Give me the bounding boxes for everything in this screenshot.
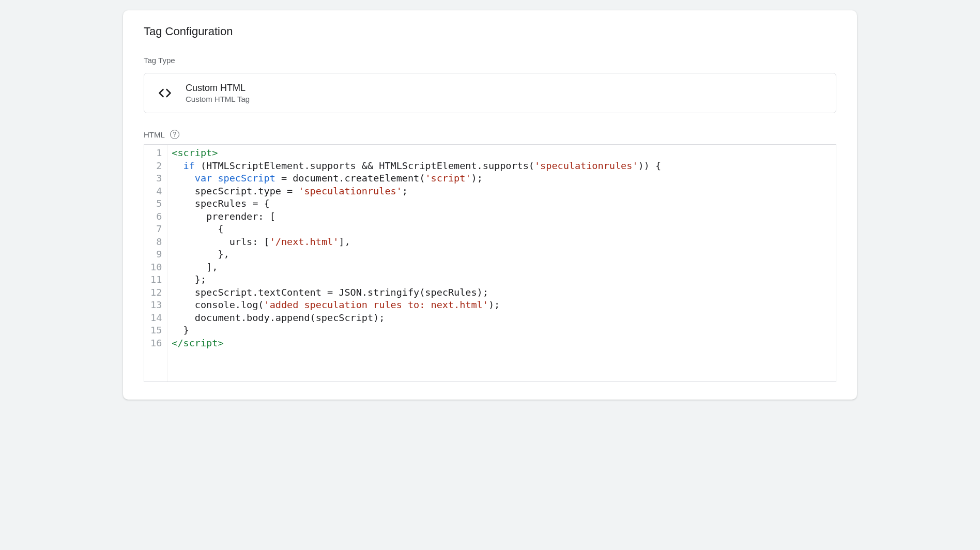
tag-type-text: Custom HTML Custom HTML Tag [186, 83, 250, 103]
code-line[interactable]: prerender: [ [172, 210, 832, 223]
code-line[interactable]: { [172, 223, 832, 236]
html-field-label: HTML [144, 130, 165, 139]
code-line[interactable]: }, [172, 248, 832, 261]
tag-type-selector[interactable]: Custom HTML Custom HTML Tag [144, 73, 836, 113]
code-line[interactable]: </script> [172, 337, 832, 350]
line-number: 2 [150, 160, 164, 173]
code-line[interactable]: } [172, 324, 832, 337]
code-line[interactable]: specScript.textContent = JSON.stringify(… [172, 286, 832, 299]
tag-type-label: Tag Type [144, 56, 836, 65]
code-line[interactable]: }; [172, 273, 832, 286]
code-gutter: 12345678910111213141516 [144, 145, 167, 381]
line-number: 9 [150, 248, 164, 261]
line-number: 7 [150, 223, 164, 236]
html-code-editor[interactable]: 12345678910111213141516 <script> if (HTM… [144, 144, 836, 382]
code-line[interactable]: if (HTMLScriptElement.supports && HTMLSc… [172, 160, 832, 173]
line-number: 8 [150, 236, 164, 249]
line-number: 5 [150, 197, 164, 210]
code-line[interactable]: console.log('added speculation rules to:… [172, 299, 832, 312]
line-number: 13 [150, 299, 164, 312]
tag-configuration-card: Tag Configuration Tag Type Custom HTML C… [123, 10, 857, 400]
line-number: 14 [150, 312, 164, 325]
line-number: 4 [150, 185, 164, 198]
code-line[interactable]: specScript.type = 'speculationrules'; [172, 185, 832, 198]
line-number: 15 [150, 324, 164, 337]
line-number: 11 [150, 273, 164, 286]
code-line[interactable]: specRules = { [172, 197, 832, 210]
code-line[interactable]: <script> [172, 147, 832, 160]
code-brackets-icon [157, 85, 173, 101]
line-number: 1 [150, 147, 164, 160]
code-line[interactable]: document.body.append(specScript); [172, 312, 832, 325]
code-area[interactable]: <script> if (HTMLScriptElement.supports … [167, 145, 836, 381]
code-line[interactable]: urls: ['/next.html'], [172, 236, 832, 249]
html-field-label-row: HTML ? [144, 130, 836, 139]
line-number: 6 [150, 210, 164, 223]
section-title: Tag Configuration [144, 25, 836, 38]
code-line[interactable]: var specScript = document.createElement(… [172, 172, 832, 185]
help-icon[interactable]: ? [170, 130, 179, 139]
code-line[interactable]: ], [172, 261, 832, 274]
line-number: 12 [150, 286, 164, 299]
line-number: 16 [150, 337, 164, 350]
tag-type-title: Custom HTML [186, 83, 250, 94]
tag-type-subtitle: Custom HTML Tag [186, 95, 250, 103]
line-number: 3 [150, 172, 164, 185]
line-number: 10 [150, 261, 164, 274]
